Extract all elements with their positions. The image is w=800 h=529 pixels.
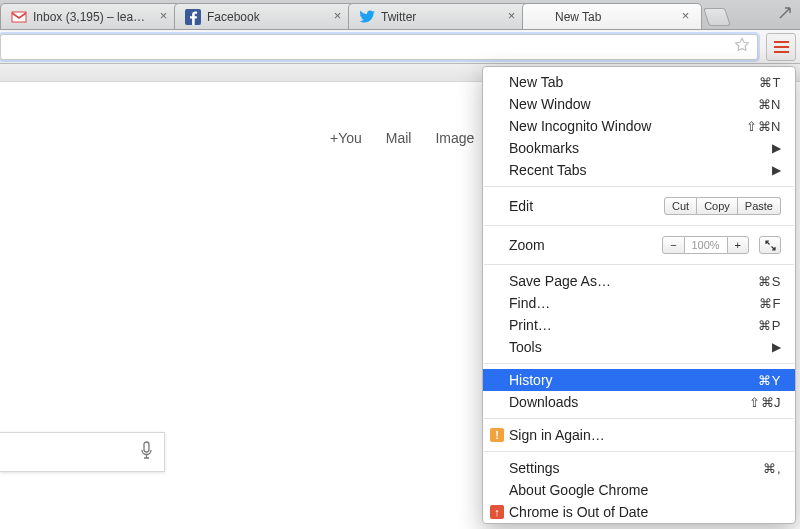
chrome-menu-button[interactable]	[766, 33, 796, 61]
close-icon[interactable]: ×	[330, 9, 345, 24]
menu-separator	[484, 418, 794, 419]
svg-rect-2	[144, 442, 149, 452]
submenu-arrow-icon: ▶	[772, 163, 781, 177]
close-icon[interactable]: ×	[156, 9, 171, 24]
close-icon[interactable]: ×	[678, 9, 693, 24]
menu-about[interactable]: About Google Chrome	[483, 479, 795, 501]
tab-new[interactable]: New Tab ×	[522, 3, 702, 29]
edit-buttons: Cut Copy Paste	[664, 197, 781, 215]
facebook-icon	[185, 9, 201, 25]
nav-plus-you[interactable]: +You	[330, 130, 362, 146]
toolbar	[0, 30, 800, 64]
tab-facebook[interactable]: Facebook ×	[174, 3, 354, 29]
tab-title: New Tab	[555, 10, 672, 24]
submenu-arrow-icon: ▶	[772, 340, 781, 354]
nav-images[interactable]: Image	[435, 130, 474, 146]
fullscreen-button[interactable]	[759, 236, 781, 254]
tab-twitter[interactable]: Twitter ×	[348, 3, 528, 29]
menu-new-incognito[interactable]: New Incognito Window ⇧⌘N	[483, 115, 795, 137]
menu-out-of-date[interactable]: ↑ Chrome is Out of Date	[483, 501, 795, 523]
twitter-icon	[359, 9, 375, 25]
nav-mail[interactable]: Mail	[386, 130, 412, 146]
menu-separator	[484, 264, 794, 265]
tab-title: Twitter	[381, 10, 498, 24]
zoom-in-button[interactable]: +	[727, 236, 749, 254]
close-icon[interactable]: ×	[504, 9, 519, 24]
gmail-icon	[11, 9, 27, 25]
menu-sign-in[interactable]: ! Sign in Again…	[483, 424, 795, 446]
menu-separator	[484, 363, 794, 364]
menu-zoom-row: Zoom − 100% +	[483, 231, 795, 259]
bookmark-star-icon[interactable]	[733, 36, 751, 57]
paste-button[interactable]: Paste	[738, 197, 781, 215]
menu-separator	[484, 451, 794, 452]
address-bar[interactable]	[0, 34, 758, 60]
cut-button[interactable]: Cut	[664, 197, 697, 215]
update-icon: ↑	[489, 504, 505, 520]
zoom-value: 100%	[685, 236, 727, 254]
zoom-buttons: − 100% +	[662, 236, 749, 254]
menu-history[interactable]: History ⌘Y	[483, 369, 795, 391]
menu-bookmarks[interactable]: Bookmarks ▶	[483, 137, 795, 159]
menu-new-tab[interactable]: New Tab ⌘T	[483, 71, 795, 93]
google-search-box[interactable]	[0, 432, 165, 472]
chrome-menu: New Tab ⌘T New Window ⌘N New Incognito W…	[482, 66, 796, 524]
menu-separator	[484, 225, 794, 226]
new-tab-button[interactable]	[703, 8, 731, 26]
menu-find[interactable]: Find… ⌘F	[483, 292, 795, 314]
menu-edit-row: Edit Cut Copy Paste	[483, 192, 795, 220]
svg-rect-0	[12, 12, 26, 22]
tab-gmail[interactable]: Inbox (3,195) – lea… ×	[0, 3, 180, 29]
tab-title: Facebook	[207, 10, 324, 24]
menu-downloads[interactable]: Downloads ⇧⌘J	[483, 391, 795, 413]
submenu-arrow-icon: ▶	[772, 141, 781, 155]
microphone-icon[interactable]	[139, 441, 154, 464]
google-nav: +You Mail Image	[330, 130, 474, 146]
tab-title: Inbox (3,195) – lea…	[33, 10, 150, 24]
menu-tools[interactable]: Tools ▶	[483, 336, 795, 358]
zoom-out-button[interactable]: −	[662, 236, 684, 254]
menu-print[interactable]: Print… ⌘P	[483, 314, 795, 336]
menu-new-window[interactable]: New Window ⌘N	[483, 93, 795, 115]
maximize-icon[interactable]	[774, 4, 796, 22]
menu-save-as[interactable]: Save Page As… ⌘S	[483, 270, 795, 292]
copy-button[interactable]: Copy	[697, 197, 738, 215]
menu-separator	[484, 186, 794, 187]
tab-strip: Inbox (3,195) – lea… × Facebook × Twitte…	[0, 0, 800, 30]
blank-icon	[533, 9, 549, 25]
warning-icon: !	[489, 427, 505, 443]
menu-recent-tabs[interactable]: Recent Tabs ▶	[483, 159, 795, 181]
menu-settings[interactable]: Settings ⌘,	[483, 457, 795, 479]
